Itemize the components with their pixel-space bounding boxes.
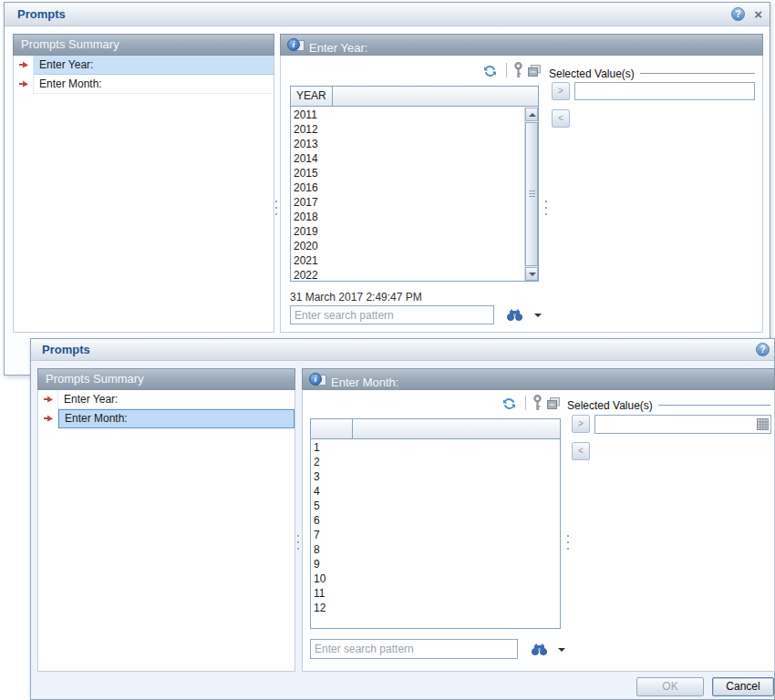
scroll-down-button[interactable] (525, 267, 538, 281)
list-item[interactable]: 2014 (291, 151, 524, 166)
remove-value-button[interactable]: < (572, 442, 590, 460)
prompt-info-icon: i (287, 38, 305, 53)
list-item[interactable]: 4 (311, 484, 560, 499)
list-item[interactable]: 2022 (291, 268, 524, 283)
dialog-title: Prompts (42, 343, 90, 356)
search-binoculars-icon[interactable] (531, 643, 548, 659)
ok-button[interactable]: OK (636, 677, 704, 696)
prompts-dialog-year: Prompts ? × Prompts Summary Enter Year: … (4, 2, 770, 376)
list-item[interactable]: 1 (311, 440, 560, 455)
remove-value-button[interactable]: < (552, 109, 570, 128)
list-item[interactable]: 2 (311, 455, 560, 469)
prompt-title: Enter Month: (331, 373, 398, 393)
prompt-info-icon: i (309, 373, 326, 387)
dialog-title: Prompts (17, 7, 66, 21)
enter-month-panel: i Enter Month: 123456789101112 (302, 368, 775, 672)
value-picker-grid-icon[interactable] (757, 418, 769, 430)
required-arrow-icon (14, 56, 34, 75)
splitter-grip[interactable] (296, 535, 300, 554)
help-icon[interactable]: ? (731, 7, 745, 21)
prompts-summary-panel: Prompts Summary Enter Year: Enter Month: (37, 368, 295, 672)
refresh-timestamp: 31 March 2017 2:49:47 PM (290, 291, 422, 304)
cancel-button[interactable]: Cancel (712, 677, 774, 696)
list-item[interactable]: 2015 (291, 166, 524, 180)
month-column-header[interactable] (311, 419, 353, 438)
list-item[interactable]: 11 (311, 586, 560, 601)
search-options-dropdown-icon[interactable] (534, 314, 542, 317)
summary-item-enter-month[interactable]: Enter Month: (14, 75, 274, 94)
summary-item-label: Enter Year: (34, 56, 274, 75)
add-value-button[interactable]: > (572, 415, 590, 433)
year-list-body: 2011201220132014201520162017201820192020… (291, 108, 524, 281)
list-item[interactable]: 2018 (291, 210, 524, 224)
selected-values-label: Selected Value(s) (567, 399, 653, 412)
list-item[interactable]: 2021 (291, 253, 524, 268)
year-value-list[interactable]: YEAR 20112012201320142015201620172018201… (290, 86, 539, 282)
list-item[interactable]: 2019 (291, 224, 524, 239)
dialog-titlebar[interactable]: Prompts ? × (5, 3, 770, 26)
selected-values-input[interactable] (574, 82, 755, 100)
selected-values-label: Selected Value(s) (549, 67, 635, 80)
selected-values-input[interactable] (594, 415, 771, 434)
list-item[interactable]: 2012 (291, 122, 524, 137)
list-scrollbar[interactable] (524, 108, 538, 281)
list-item[interactable]: 2011 (291, 108, 524, 122)
prompts-summary-header: Prompts Summary (37, 368, 295, 390)
month-list-body: 123456789101112 (311, 440, 560, 628)
dialog-content: Prompts Summary Enter Year: Enter Month: (31, 362, 774, 699)
summary-item-enter-year[interactable]: Enter Year: (38, 390, 294, 409)
add-value-button[interactable]: > (552, 82, 570, 100)
summary-item-label: Enter Year: (58, 390, 294, 409)
prompts-summary-panel: Prompts Summary Enter Year: Enter Month: (13, 34, 274, 333)
required-arrow-icon (38, 390, 58, 409)
selected-values-rule (640, 73, 755, 74)
list-item[interactable]: 2017 (291, 195, 524, 210)
list-item[interactable]: 10 (311, 571, 560, 586)
dialog-content: Prompts Summary Enter Year: Enter Month: (5, 27, 770, 375)
prompts-summary-header: Prompts Summary (13, 34, 274, 56)
splitter-grip[interactable] (274, 201, 278, 220)
refresh-values-icon[interactable] (482, 64, 498, 81)
toolbar-separator (506, 63, 507, 77)
list-item[interactable]: 2016 (291, 180, 524, 195)
close-icon[interactable]: × (754, 7, 762, 21)
prompts-summary-list: Enter Year: Enter Month: (14, 56, 274, 332)
list-item[interactable]: 2020 (291, 239, 524, 253)
summary-item-label: Enter Month: (34, 75, 274, 94)
splitter-grip[interactable] (544, 201, 548, 220)
summary-item-enter-year[interactable]: Enter Year: (14, 56, 274, 75)
required-arrow-icon (14, 75, 34, 94)
list-item[interactable]: 5 (311, 499, 560, 513)
help-icon[interactable]: ? (756, 343, 770, 356)
selected-values-rule (658, 405, 770, 406)
list-item[interactable]: 9 (311, 557, 560, 571)
list-item[interactable]: 12 (311, 601, 560, 615)
copy-icon[interactable] (547, 397, 560, 412)
list-item[interactable]: 8 (311, 542, 560, 557)
scroll-up-button[interactable] (525, 108, 538, 121)
refresh-values-icon[interactable] (501, 396, 517, 414)
prompt-title: Enter Year: (309, 38, 367, 58)
enter-month-header: i Enter Month: (302, 368, 775, 390)
summary-item-enter-month[interactable]: Enter Month: (38, 409, 294, 428)
required-arrow-icon (38, 409, 58, 428)
search-binoculars-icon[interactable] (506, 308, 523, 324)
year-column-header[interactable]: YEAR (291, 87, 333, 106)
dialog-titlebar[interactable]: Prompts ? (31, 339, 774, 361)
toolbar-separator (525, 396, 526, 410)
copy-icon[interactable] (528, 65, 541, 79)
splitter-grip[interactable] (566, 535, 570, 554)
list-header[interactable] (311, 419, 560, 439)
month-value-list[interactable]: 123456789101112 (310, 418, 561, 629)
scroll-thumb[interactable] (525, 122, 538, 266)
list-header[interactable]: YEAR (291, 87, 538, 107)
search-input[interactable] (310, 639, 518, 659)
enter-year-header: i Enter Year: (280, 34, 763, 56)
list-item[interactable]: 7 (311, 528, 560, 542)
list-item[interactable]: 3 (311, 469, 560, 484)
search-input[interactable] (290, 305, 494, 324)
summary-item-label: Enter Month: (58, 409, 294, 428)
search-options-dropdown-icon[interactable] (558, 648, 565, 652)
list-item[interactable]: 6 (311, 513, 560, 528)
list-item[interactable]: 2013 (291, 137, 524, 151)
